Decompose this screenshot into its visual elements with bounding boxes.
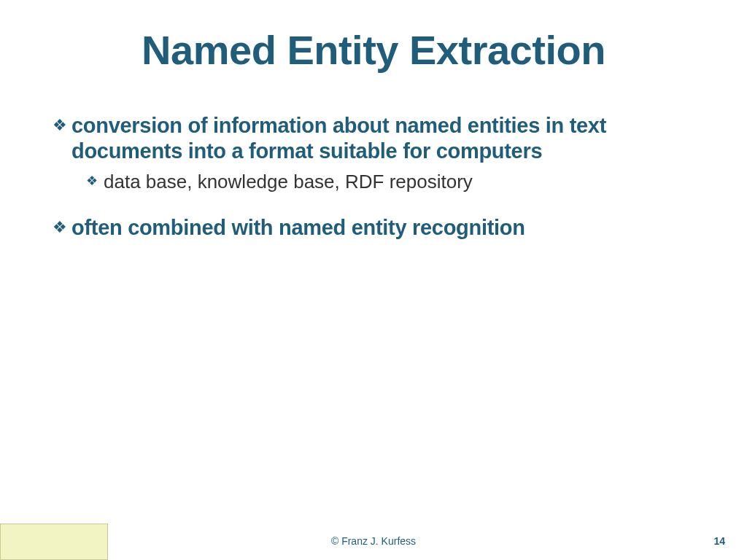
diamond-bullet-icon: ❖: [53, 113, 67, 138]
slide: Named Entity Extraction ❖ conversion of …: [0, 0, 747, 560]
page-number: 14: [713, 535, 725, 547]
diamond-bullet-icon: ❖: [86, 170, 98, 192]
bullet-level-1: ❖ conversion of information about named …: [53, 113, 694, 164]
bullet-level-2: ❖ data base, knowledge base, RDF reposit…: [86, 170, 694, 193]
footer-credit: © Franz J. Kurfess: [0, 535, 747, 547]
slide-content: ❖ conversion of information about named …: [0, 81, 747, 241]
bullet-level-1: ❖ often combined with named entity recog…: [53, 215, 694, 241]
diamond-bullet-icon: ❖: [53, 215, 67, 240]
slide-title: Named Entity Extraction: [0, 0, 747, 81]
bullet-text: often combined with named entity recogni…: [71, 215, 525, 241]
sub-bullet-text: data base, knowledge base, RDF repositor…: [104, 170, 473, 193]
bullet-text: conversion of information about named en…: [71, 113, 694, 164]
